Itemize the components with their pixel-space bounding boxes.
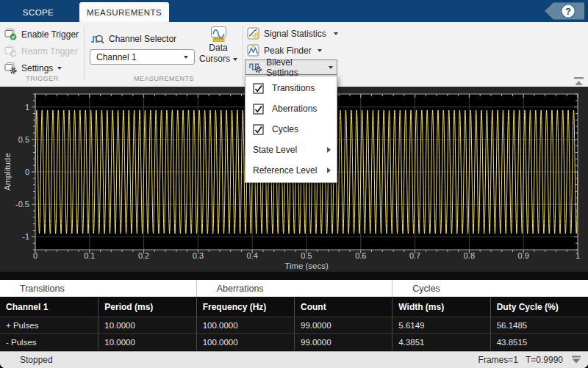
menu-item-transitions[interactable]: Transitions [245,78,337,98]
table-cell: 4.3851 [392,334,490,350]
checkbox-checked-icon[interactable] [253,124,264,135]
svg-text:Time (secs): Time (secs) [284,261,329,270]
menu-item-label: Cycles [272,124,298,134]
signal-statistics-icon [247,27,259,40]
svg-text:0.7: 0.7 [409,251,420,260]
table-row-minus-pulses: - Pulses 10.0000 100.0000 99.0000 4.3851… [0,333,588,350]
rearm-trigger-button: Rearm Trigger [4,45,78,57]
svg-text:-1: -1 [22,232,29,241]
svg-text:0.5: 0.5 [18,135,29,144]
menu-item-reference-level[interactable]: Reference Level [245,160,337,181]
channel-selector-icon [90,33,104,45]
checkbox-checked-icon[interactable] [253,104,264,115]
table-cell: 5.6149 [392,317,490,333]
column-header: Count [294,297,392,317]
svg-text:0.6: 0.6 [355,251,366,260]
tab-measurements[interactable]: MEASUREMENTS [79,2,169,22]
scope-window: SCOPE MEASUREMENTS ? Enable Trigger [0,0,588,368]
status-bar: Stopped Frames=1 T=0.9990 [0,351,588,368]
menu-item-label: State Level [253,145,297,155]
table-cell: 100.0000 [196,334,294,350]
peak-finder-label: Peak Finder [264,46,312,56]
svg-text:0: 0 [25,167,29,176]
enable-trigger-icon [4,28,17,40]
checkbox-checked-icon[interactable] [253,83,264,94]
submenu-arrow-icon [327,147,331,153]
bilevel-settings-label: Bilevel Settings [266,57,324,78]
table-cell: + Pulses [0,317,98,333]
measurements-table: Transitions Aberrations Cycles Channel 1… [0,277,588,351]
table-group-header-row: Transitions Aberrations Cycles [0,280,588,297]
settings-gear-icon [4,62,17,74]
svg-text:Amplitude: Amplitude [3,153,12,190]
bilevel-settings-button[interactable]: Bilevel Settings [245,59,337,75]
submenu-arrow-icon [327,167,331,173]
menu-item-state-level[interactable]: State Level [245,140,337,160]
help-icon: ? [545,2,584,20]
trigger-settings-button[interactable]: Settings [4,62,62,74]
table-cell: - Pulses [0,334,98,350]
table-row-plus-pulses: + Pulses 10.0000 100.0000 99.0000 5.6149… [0,317,588,333]
enable-trigger-label: Enable Trigger [21,29,79,40]
section-divider [84,26,85,80]
table-cell: 100.0000 [196,317,294,333]
table-cell: 99.0000 [294,317,392,333]
column-header: Frequency (Hz) [196,297,294,317]
svg-text:-0.5: -0.5 [15,200,29,209]
column-header: Duty Cycle (%) [490,297,588,317]
signal-statistics-label: Signal Statistics [264,29,326,39]
rearm-trigger-icon [4,45,17,57]
menu-item-label: Aberrations [272,104,317,114]
menu-item-label: Reference Level [253,165,317,176]
svg-text:0.4: 0.4 [247,251,258,260]
enable-trigger-button[interactable]: Enable Trigger [4,28,79,40]
column-header: Width (ms) [392,297,490,317]
peak-finder-icon [247,44,259,57]
data-cursors-label-line2: Cursors [199,54,237,65]
table-cell: 56.1485 [490,317,588,333]
svg-text:0.1: 0.1 [84,251,95,260]
table-cell: 43.8515 [490,334,588,350]
svg-text:?: ? [565,6,571,17]
group-header-transitions: Transitions [0,280,196,297]
status-time-label: T=0.9990 [526,355,563,365]
column-header: Period (ms) [98,297,196,317]
measurements-section-label: MEASUREMENTS [85,75,243,82]
collapse-toolstrip-button[interactable] [573,76,586,86]
help-button[interactable]: ? [545,2,584,23]
tab-scope[interactable]: SCOPE [0,2,76,22]
status-frames-label: Frames=1 [478,355,518,365]
channel-selector-label-row: Channel Selector [90,33,176,45]
svg-text:0.5: 0.5 [301,251,312,260]
combo-caret-icon [184,56,188,59]
svg-text:0.2: 0.2 [138,251,149,260]
channel-select-value: Channel 1 [96,52,137,62]
group-header-aberrations: Aberrations [196,280,392,297]
bilevel-settings-menu: Transitions Aberrations Cycles State Lev… [245,76,337,183]
menu-item-aberrations[interactable]: Aberrations [245,98,337,119]
signal-statistics-button[interactable]: Signal Statistics [247,27,338,40]
group-header-cycles: Cycles [392,280,588,297]
menu-item-cycles[interactable]: Cycles [245,119,337,140]
svg-text:1: 1 [25,103,29,112]
menu-item-label: Transitions [272,83,315,93]
table-cell: 99.0000 [294,334,392,350]
data-cursors-button[interactable]: Data Cursors [197,26,240,65]
trigger-section-label: TRIGGER [0,75,85,82]
collapse-toolstrip-icon [573,76,585,86]
column-header: Channel 1 [0,297,98,317]
data-cursors-icon [210,26,227,43]
data-cursors-caret-icon [233,58,237,61]
settings-dropdown-caret-icon [57,67,62,70]
status-state-label: Stopped [20,355,53,365]
channel-selector-label: Channel Selector [109,34,176,44]
peak-finder-button[interactable]: Peak Finder [247,44,322,57]
svg-text:0.3: 0.3 [193,251,204,260]
rearm-trigger-label: Rearm Trigger [21,46,78,57]
table-cell: 10.0000 [98,334,196,350]
dock-icon[interactable] [570,356,582,364]
data-cursors-label-text: Cursors [199,54,230,65]
titlebar: SCOPE MEASUREMENTS ? [0,0,588,22]
channel-select[interactable]: Channel 1 [90,49,195,65]
bilevel-settings-caret-icon [329,66,333,69]
